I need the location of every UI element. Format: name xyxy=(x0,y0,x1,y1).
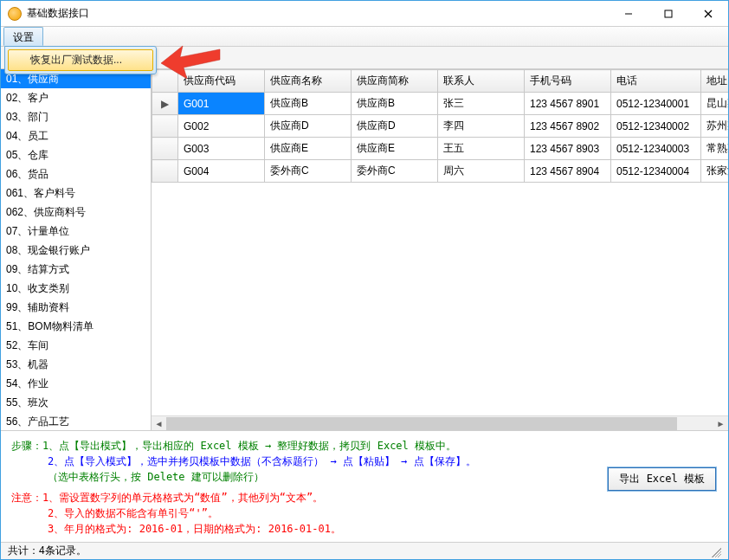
row-selector-icon: ▶ xyxy=(152,93,178,115)
status-text: 共计：4条记录。 xyxy=(8,544,87,558)
list-item[interactable]: 09、结算方式 xyxy=(1,260,151,279)
cell[interactable]: 供应商E xyxy=(352,138,438,160)
cell[interactable]: 123 4567 8904 xyxy=(525,160,611,183)
cell[interactable]: 供应商B xyxy=(265,93,352,115)
table-row[interactable]: ▶ G001 供应商B 供应商B 张三 123 4567 8901 0512-1… xyxy=(152,93,729,115)
cell[interactable]: G001 xyxy=(178,93,265,115)
list-item[interactable]: 54、作业 xyxy=(1,374,151,393)
menubar: 设置 xyxy=(1,27,728,47)
list-item[interactable]: 53、机器 xyxy=(1,355,151,374)
grid-panel: 供应商代码 供应商名称 供应商简称 联系人 手机号码 电话 地址 ▶ G001 xyxy=(152,69,728,430)
horizontal-scrollbar[interactable]: ◄ ► xyxy=(152,415,728,430)
close-button[interactable] xyxy=(688,1,728,26)
settings-dropdown: 恢复出厂测试数据... xyxy=(4,46,157,74)
col-header[interactable]: 联系人 xyxy=(438,70,525,93)
help-warn1: 注意：1、需设置数字列的单元格格式为“数值”，其他列为“文本”。 xyxy=(11,490,718,505)
help-warn3: 3、年月的格式为: 2016-01，日期的格式为: 2016-01-01。 xyxy=(11,521,718,537)
scroll-left-icon[interactable]: ◄ xyxy=(152,416,166,430)
col-header[interactable]: 手机号码 xyxy=(525,70,611,93)
col-header[interactable]: 地址 xyxy=(701,70,729,93)
resize-grip-icon[interactable] xyxy=(709,545,721,557)
cell[interactable]: 供应商E xyxy=(265,138,352,160)
list-item[interactable]: 061、客户料号 xyxy=(1,183,151,203)
menu-settings[interactable]: 设置 xyxy=(3,27,43,46)
data-grid[interactable]: 供应商代码 供应商名称 供应商简称 联系人 手机号码 电话 地址 ▶ G001 xyxy=(152,69,728,183)
help-warn2: 2、导入的数据不能含有单引号“'”。 xyxy=(11,505,718,521)
maximize-button[interactable] xyxy=(648,1,688,26)
row-selector xyxy=(152,160,178,183)
minimize-button[interactable] xyxy=(609,1,648,26)
col-header[interactable]: 供应商简称 xyxy=(352,70,438,93)
cell[interactable]: 供应商B xyxy=(352,93,438,115)
cell[interactable]: 123 4567 8903 xyxy=(525,138,611,160)
list-item[interactable]: 99、辅助资料 xyxy=(1,298,151,317)
list-item[interactable]: 08、现金银行账户 xyxy=(1,241,151,260)
cell[interactable]: 0512-12340004 xyxy=(611,160,701,183)
cell[interactable]: 张三 xyxy=(438,93,525,115)
cell[interactable]: 王五 xyxy=(438,138,525,160)
help-step1: 步骤：1、点【导出模式】，导出相应的 Excel 模板 → 整理好数据，拷贝到 … xyxy=(11,438,718,454)
list-item[interactable]: 10、收支类别 xyxy=(1,279,151,298)
cell[interactable]: 周六 xyxy=(438,160,525,183)
list-item[interactable]: 07、计量单位 xyxy=(1,222,151,241)
split-container: 01、供应商 02、客户 03、部门 04、员工 05、仓库 06、货品 061… xyxy=(1,69,728,430)
list-item[interactable]: 062、供应商料号 xyxy=(1,203,151,222)
list-item[interactable]: 56、产品工艺 xyxy=(1,412,151,430)
status-bar: 共计：4条记录。 xyxy=(1,542,728,559)
cell[interactable]: 昆山某地 xyxy=(701,93,729,115)
cell[interactable]: 李四 xyxy=(438,115,525,138)
scroll-right-icon[interactable]: ► xyxy=(713,416,728,430)
cell[interactable]: 常熟某地 xyxy=(701,138,729,160)
cell[interactable]: 委外商C xyxy=(352,160,438,183)
list-item[interactable]: 05、仓库 xyxy=(1,145,151,164)
row-selector xyxy=(152,115,178,138)
cell[interactable]: 张家港某 xyxy=(701,160,729,183)
restore-factory-test-data-item[interactable]: 恢复出厂测试数据... xyxy=(8,49,153,71)
list-item[interactable]: 03、部门 xyxy=(1,107,151,126)
titlebar: 基础数据接口 xyxy=(1,1,728,27)
main-window: 基础数据接口 设置 恢复出厂测试数据... 导出模式 导入模式 xyxy=(0,0,729,560)
cell[interactable]: 委外商C xyxy=(265,160,352,183)
cell[interactable]: 123 4567 8901 xyxy=(525,93,611,115)
cell[interactable]: 供应商D xyxy=(265,115,352,138)
category-list[interactable]: 01、供应商 02、客户 03、部门 04、员工 05、仓库 06、货品 061… xyxy=(1,69,152,430)
cell[interactable]: 0512-12340002 xyxy=(611,115,701,138)
row-selector xyxy=(152,138,178,160)
svg-rect-1 xyxy=(665,10,672,17)
cell[interactable]: 123 4567 8902 xyxy=(525,115,611,138)
app-icon xyxy=(8,7,22,21)
scroll-thumb[interactable] xyxy=(166,417,677,430)
col-header[interactable]: 供应商代码 xyxy=(178,70,265,93)
table-row[interactable]: G004 委外商C 委外商C 周六 123 4567 8904 0512-123… xyxy=(152,160,729,183)
cell[interactable]: 0512-12340003 xyxy=(611,138,701,160)
cell[interactable]: 苏州某地 xyxy=(701,115,729,138)
cell[interactable]: G002 xyxy=(178,115,265,138)
list-item[interactable]: 51、BOM物料清单 xyxy=(1,317,151,336)
list-item[interactable]: 52、车间 xyxy=(1,336,151,355)
list-item[interactable]: 06、货品 xyxy=(1,164,151,183)
grid-header-row: 供应商代码 供应商名称 供应商简称 联系人 手机号码 电话 地址 xyxy=(152,70,729,93)
grid-scroll[interactable]: 供应商代码 供应商名称 供应商简称 联系人 手机号码 电话 地址 ▶ G001 xyxy=(152,69,728,415)
table-row[interactable]: G003 供应商E 供应商E 王五 123 4567 8903 0512-123… xyxy=(152,138,729,160)
cell[interactable]: 0512-12340001 xyxy=(611,93,701,115)
col-header[interactable]: 电话 xyxy=(611,70,701,93)
window-title: 基础数据接口 xyxy=(27,6,89,21)
cell[interactable]: G004 xyxy=(178,160,265,183)
export-excel-button[interactable]: 导出 Excel 模板 xyxy=(608,467,716,491)
col-header[interactable]: 供应商名称 xyxy=(265,70,352,93)
list-item[interactable]: 04、员工 xyxy=(1,126,151,145)
list-item[interactable]: 55、班次 xyxy=(1,393,151,412)
cell[interactable]: G003 xyxy=(178,138,265,160)
table-row[interactable]: G002 供应商D 供应商D 李四 123 4567 8902 0512-123… xyxy=(152,115,729,138)
list-item[interactable]: 02、客户 xyxy=(1,88,151,107)
cell[interactable]: 供应商D xyxy=(352,115,438,138)
help-panel: 步骤：1、点【导出模式】，导出相应的 Excel 模板 → 整理好数据，拷贝到 … xyxy=(1,430,728,542)
